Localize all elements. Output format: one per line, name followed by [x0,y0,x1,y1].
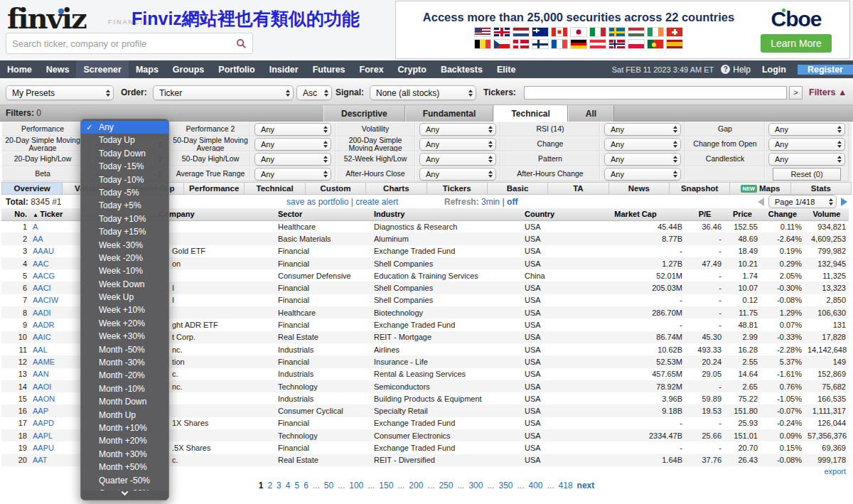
nav-item-elite[interactable]: Elite [490,60,522,78]
pagination-page-350[interactable]: 350 [498,481,513,490]
nav-item-forex[interactable]: Forex [353,60,391,78]
filter-tab-descriptive[interactable]: Descriptive [323,105,405,122]
dropdown-option-any[interactable]: ✓Any [81,121,168,134]
view-tab-overview[interactable]: Overview [1,182,63,195]
view-tab-technical[interactable]: Technical [245,182,305,195]
view-tab-basic[interactable]: Basic [488,182,548,195]
cell-ticker-link[interactable]: AAAU [30,245,78,257]
pagination-page-400[interactable]: 400 [529,481,543,490]
cell-ticker-link[interactable]: AAME [30,355,78,368]
view-tab-charts[interactable]: Charts [366,182,426,195]
dropdown-option-month-30-[interactable]: Month +30% [81,448,168,461]
tickers-input[interactable] [524,86,787,100]
col-header-market-cap[interactable]: Market Cap [586,208,685,220]
pagination-page-6[interactable]: 6 [304,481,309,490]
dropdown-option-today-5-[interactable]: Today -5% [81,186,168,199]
pagination-next-link[interactable]: next [577,481,595,490]
cell-ticker-link[interactable]: AAPU [30,441,78,454]
dropdown-option-month-down[interactable]: Month Down [81,395,168,408]
pagination-page-5[interactable]: 5 [294,481,299,490]
view-tab-maps[interactable]: NEWMaps [730,182,790,195]
col-header-no-[interactable]: No. [1,208,30,220]
cell-ticker-link[interactable]: AADI [30,306,78,318]
dropdown-option-today-5-[interactable]: Today +5% [81,199,168,212]
dropdown-option-quarter-50-[interactable]: Quarter -50% [81,474,168,487]
pagination-page-50[interactable]: 50 [324,481,333,490]
cell-ticker-link[interactable]: AACI [30,282,78,294]
pagination-page-3[interactable]: 3 [277,481,281,490]
cell-ticker-link[interactable]: AACIW [30,294,78,306]
nav-item-home[interactable]: Home [0,60,39,78]
dropdown-option-today-10-[interactable]: Today -10% [81,173,168,186]
dropdown-option-month-20-[interactable]: Month -20% [81,369,168,382]
filter-select[interactable]: Any [419,123,496,136]
prev-page-icon[interactable] [758,198,764,206]
view-tab-custom[interactable]: Custom [306,182,366,195]
signal-select[interactable]: None (all stocks) [370,85,476,100]
cell-ticker-link[interactable]: AAC [30,257,78,269]
nav-item-backtests[interactable]: Backtests [434,60,490,78]
dropdown-option-week-10-[interactable]: Week -10% [81,264,168,277]
order-direction-select[interactable]: Asc [296,85,332,100]
dropdown-option-month-20-[interactable]: Month +20% [81,434,168,447]
filter-select[interactable]: Any [604,168,681,181]
dropdown-option-week-20-[interactable]: Week +20% [81,317,168,330]
dropdown-option-month-up[interactable]: Month Up [81,409,168,422]
nav-item-crypto[interactable]: Crypto [391,60,434,78]
nav-item-screener[interactable]: Screener [76,60,129,78]
filter-select[interactable]: Any [604,153,681,166]
pagination-page-4[interactable]: 4 [286,481,291,490]
save-as-portfolio-link[interactable]: save as portfolio [286,197,348,207]
dropdown-option-week-10-[interactable]: Week +10% [81,304,168,316]
search-input[interactable] [12,38,236,49]
view-tab-performance[interactable]: Performance [184,182,245,195]
col-header-p-e[interactable]: P/E [685,208,724,220]
dropdown-option-month-50-[interactable]: Month -50% [81,343,168,356]
dropdown-option-today-down[interactable]: Today Down [81,147,168,160]
refresh-off-link[interactable]: off [507,197,517,207]
nav-item-news[interactable]: News [39,60,77,78]
filter-tab-fundamental[interactable]: Fundamental [405,105,494,122]
filter-select[interactable]: Any [254,153,331,166]
filter-select[interactable]: Any [768,153,845,166]
cell-ticker-link[interactable]: AAPD [30,417,78,429]
dropdown-option-week-30-[interactable]: Week +30% [81,330,168,343]
tickers-go-button[interactable]: > [789,86,803,100]
cell-ticker-link[interactable]: AAN [30,368,78,380]
pagination-page-200[interactable]: 200 [409,481,423,490]
col-header-change[interactable]: Change [761,208,805,220]
pagination-page-2[interactable]: 2 [267,481,272,490]
search-icon[interactable] [236,38,247,49]
filter-select[interactable]: Any [419,153,496,166]
view-tab-tickers[interactable]: Tickers [427,182,488,195]
dropdown-option-week-20-[interactable]: Week -20% [81,252,168,264]
filter-select[interactable]: Any [768,123,845,136]
filter-select[interactable]: Any [419,168,496,181]
export-link[interactable]: export [824,467,846,476]
cell-ticker-link[interactable]: AAPL [30,429,78,441]
help-link[interactable]: ?Help [721,65,751,75]
cell-ticker-link[interactable]: AADR [30,318,78,331]
filter-select[interactable]: Any [254,123,331,136]
finviz-logo[interactable]: finviz [7,1,86,35]
col-header-sector[interactable]: Sector [275,208,371,220]
cell-ticker-link[interactable]: AAOI [30,380,78,392]
pagination-page-300[interactable]: 300 [468,481,483,490]
filter-tab-all[interactable]: All [568,105,614,122]
cell-ticker-link[interactable]: AAL [30,343,78,355]
cell-ticker-link[interactable]: AA [30,232,78,245]
pagination-page-250[interactable]: 250 [439,481,453,490]
nav-item-portfolio[interactable]: Portfolio [211,60,262,78]
dropdown-option-month-10-[interactable]: Month -10% [81,382,168,395]
cell-ticker-link[interactable]: AAT [30,454,78,466]
col-header-industry[interactable]: Industry [371,208,522,220]
cell-ticker-link[interactable]: AACG [30,269,78,282]
filter-tab-technical[interactable]: Technical [493,105,567,122]
view-tab-snapshot[interactable]: Snapshot [670,182,730,195]
view-tab-ta[interactable]: TA [548,182,608,195]
cell-ticker-link[interactable]: A [30,220,78,232]
filters-toggle[interactable]: Filters ▲ [809,87,847,97]
view-tab-stats[interactable]: Stats [791,182,852,195]
filter-select[interactable]: Any [254,168,331,181]
dropdown-option-week-down[interactable]: Week Down [81,278,168,291]
